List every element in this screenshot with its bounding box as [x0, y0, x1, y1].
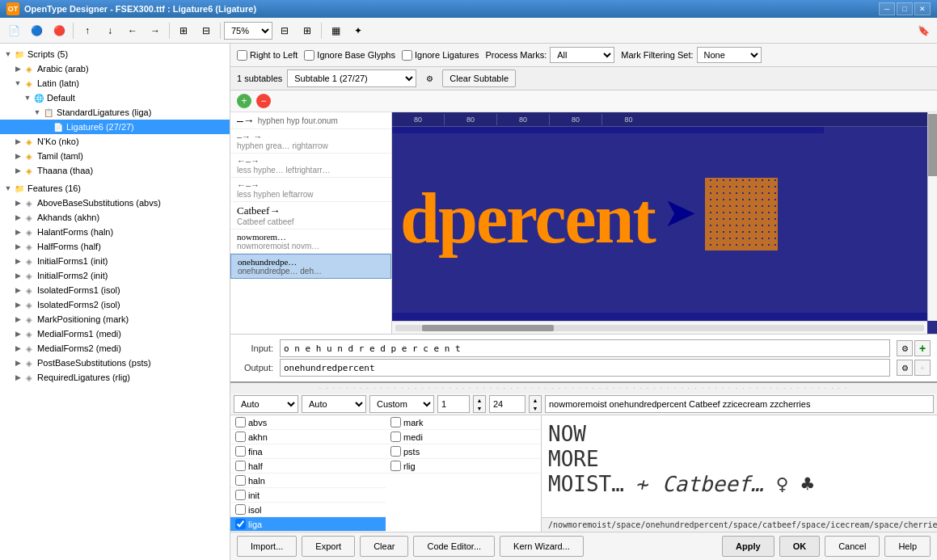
kern-wizard-button[interactable]: Kern Wizard...	[500, 536, 584, 557]
psts-check[interactable]	[390, 446, 401, 457]
feature-half[interactable]: half	[230, 459, 386, 474]
toolbar-grid-icon[interactable]: ⊟	[196, 21, 217, 40]
cancel-button[interactable]: Cancel	[825, 536, 880, 557]
feature-medi[interactable]: medi	[386, 430, 541, 444]
process-marks-select[interactable]: All	[550, 47, 614, 63]
preview-hscroll[interactable]	[392, 321, 927, 334]
clear-button[interactable]: Clear	[360, 536, 408, 557]
rlig-check[interactable]	[390, 461, 401, 471]
lig-item-4[interactable]: Catbeef→ Catbeef catbeef	[230, 202, 391, 229]
test-text-input[interactable]	[545, 395, 934, 413]
toolbar-zoom-out-icon[interactable]: ⊟	[274, 21, 295, 40]
toolbar-wand-icon[interactable]: ✦	[348, 21, 369, 40]
medi-check[interactable]	[390, 432, 401, 442]
ignore-lig-checkbox[interactable]	[402, 50, 412, 61]
toolbar-forward-icon[interactable]: →	[145, 21, 166, 40]
mark-check[interactable]	[390, 417, 401, 427]
remove-glyph-button[interactable]: −	[256, 94, 271, 108]
sidebar-item-tamil[interactable]: ▶ ◈ Tamil (taml)	[0, 149, 230, 163]
input-add-button[interactable]: +	[914, 340, 931, 356]
toolbar-table-icon[interactable]: ▦	[325, 21, 346, 40]
feature-haln[interactable]: haln	[230, 474, 386, 488]
ignore-base-checkbox[interactable]	[304, 50, 314, 61]
half-check[interactable]	[235, 461, 246, 471]
feature-psts[interactable]: psts	[386, 444, 541, 459]
feature-fina[interactable]: fina	[230, 444, 386, 459]
sidebar-item-ligature6[interactable]: 📄 Ligature6 (27/27)	[0, 120, 230, 134]
output-options-button[interactable]: ⚙	[897, 360, 913, 376]
akhn-check[interactable]	[235, 432, 246, 442]
init-check[interactable]	[235, 490, 246, 500]
sidebar-feature-rlig[interactable]: ▶ ◈ RequiredLigatures (rlig)	[0, 370, 230, 385]
rtl-checkbox[interactable]	[237, 50, 247, 61]
input-options-button[interactable]: ⚙	[897, 340, 913, 356]
auto-select-2[interactable]: Auto	[302, 395, 366, 413]
haln-check[interactable]	[235, 475, 246, 486]
toolbar-zoom-in-icon[interactable]: ⊞	[297, 21, 318, 40]
output-field[interactable]	[280, 359, 890, 377]
sidebar-feature-haln[interactable]: ▶ ◈ HalantForms (haln)	[0, 225, 230, 239]
fontsize-down-btn[interactable]: ▼	[530, 404, 541, 412]
lig-item-1[interactable]: –→ → hyphen grea… rightarrow	[230, 129, 391, 154]
sidebar-feature-abvs[interactable]: ▶ ◈ AboveBaseSubstitutions (abvs)	[0, 196, 230, 210]
custom-select[interactable]: Custom	[369, 395, 434, 413]
isol-check[interactable]	[235, 504, 246, 515]
sidebar-feature-isol2[interactable]: ▶ ◈ IsolatedForms2 (isol)	[0, 297, 230, 312]
sidebar-item-arabic[interactable]: ▶ ◈ Arabic (arab)	[0, 61, 230, 76]
feature-abvs[interactable]: abvs	[230, 415, 386, 430]
size-stepper[interactable]	[437, 395, 470, 413]
preview-vscroll[interactable]	[927, 112, 937, 321]
fontsize-up-btn[interactable]: ▲	[530, 396, 541, 404]
feature-rlig[interactable]: rlig	[386, 459, 541, 474]
sidebar-feature-mark[interactable]: ▶ ◈ MarkPositioning (mark)	[0, 312, 230, 326]
export-button[interactable]: Export	[302, 536, 355, 557]
toolbar-close-icon[interactable]: 🔴	[49, 21, 70, 40]
lig-item-0[interactable]: –→ hyphen hyp four.onum	[230, 112, 391, 129]
sidebar-feature-medi1[interactable]: ▶ ◈ MedialForms1 (medi)	[0, 326, 230, 341]
lig-item-2[interactable]: ←–→ less hyphe… leftrightarr…	[230, 154, 391, 178]
lig-item-6[interactable]: onehundredpe… onehundredpe… deh…	[230, 254, 391, 279]
feature-liga[interactable]: liga	[230, 517, 386, 532]
feature-isol[interactable]: isol	[230, 503, 386, 517]
ignore-lig-label[interactable]: Ignore Ligatures	[402, 50, 479, 61]
toolbar-scripts-icon[interactable]: 📄	[3, 21, 24, 40]
input-field[interactable]	[280, 339, 890, 357]
fina-check[interactable]	[235, 446, 246, 457]
rtl-checkbox-label[interactable]: Right to Left	[237, 50, 298, 61]
font-size-input[interactable]	[489, 395, 525, 413]
auto-select-1[interactable]: Auto	[234, 395, 298, 413]
maximize-button[interactable]: □	[897, 2, 913, 15]
sidebar-feature-half[interactable]: ▶ ◈ HalfForms (half)	[0, 239, 230, 254]
size-down-btn[interactable]: ▼	[474, 404, 485, 412]
mark-filter-select[interactable]: None	[697, 47, 762, 63]
feature-init[interactable]: init	[230, 488, 386, 503]
sidebar-item-stdliga[interactable]: ▼ 📋 StandardLigatures (liga)	[0, 105, 230, 120]
sidebar-feature-isol1[interactable]: ▶ ◈ IsolatedForms1 (isol)	[0, 283, 230, 297]
sidebar-item-default[interactable]: ▼ 🌐 Default	[0, 91, 230, 105]
sidebar-feature-akhn[interactable]: ▶ ◈ Akhands (akhn)	[0, 210, 230, 225]
sidebar-features-header[interactable]: ▼ 📁 Features (16)	[0, 181, 230, 196]
toolbar-undo-icon[interactable]: ↑	[77, 21, 98, 40]
code-editor-button[interactable]: Code Editor...	[413, 536, 495, 557]
ignore-base-label[interactable]: Ignore Base Glyphs	[304, 50, 395, 61]
feature-akhn[interactable]: akhn	[230, 430, 386, 444]
sidebar-feature-medi2[interactable]: ▶ ◈ MedialForms2 (medi)	[0, 341, 230, 356]
import-button[interactable]: Import...	[237, 536, 297, 557]
toolbar-back-icon[interactable]: ←	[122, 21, 143, 40]
close-button[interactable]: ✕	[914, 2, 931, 15]
abvs-check[interactable]	[235, 417, 246, 427]
lig-item-5[interactable]: nowmorem… nowmoremoist novm…	[230, 229, 391, 254]
zoom-select[interactable]: 50% 75% 100% 125% 150% 200%	[224, 22, 272, 40]
liga-check[interactable]	[235, 519, 246, 529]
add-glyph-button[interactable]: +	[237, 94, 251, 108]
subtable-nav-btn[interactable]: ⚙	[421, 70, 437, 86]
toolbar-new-icon[interactable]: 🔵	[26, 21, 47, 40]
sidebar-feature-psts[interactable]: ▶ ◈ PostBaseSubstitutions (psts)	[0, 356, 230, 370]
sidebar-scripts-header[interactable]: ▼ 📁 Scripts (5)	[0, 47, 230, 61]
help-button[interactable]: Help	[884, 536, 931, 557]
minimize-button[interactable]: ─	[879, 2, 895, 15]
sidebar-feature-init1[interactable]: ▶ ◈ InitialForms1 (init)	[0, 254, 230, 268]
sidebar-item-latin[interactable]: ▼ ◈ Latin (latn)	[0, 76, 230, 91]
clear-subtable-button[interactable]: Clear Subtable	[442, 69, 516, 87]
toolbar-bookmark-icon[interactable]: 🔖	[913, 21, 934, 40]
